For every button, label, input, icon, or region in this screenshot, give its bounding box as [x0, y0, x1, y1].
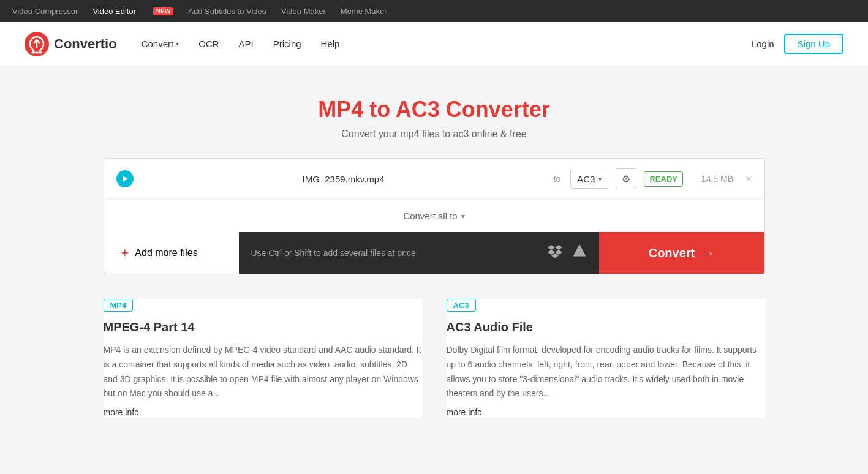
nav-ocr[interactable]: OCR [198, 39, 219, 49]
ac3-more-info-link[interactable]: more info [447, 407, 482, 417]
play-icon[interactable] [116, 170, 134, 187]
topbar-video-editor[interactable]: Video Editor [92, 7, 136, 16]
plus-icon: + [121, 245, 129, 261]
login-button[interactable]: Login [752, 39, 774, 49]
convert-arrow-icon: → [702, 246, 714, 260]
to-label: to [554, 174, 561, 184]
logo-text: Convertio [54, 36, 117, 52]
format-chevron-icon: ▾ [598, 176, 602, 182]
top-bar: Video Compressor Video EditorNEW Add Sub… [0, 0, 868, 22]
main-nav: Convertio Convert ▾ OCR API Pricing Help… [0, 22, 868, 66]
convert-chevron-icon: ▾ [176, 40, 179, 47]
converter-container: IMG_2359.mkv.mp4 to AC3 ▾ ⚙ READY 14.5 M… [104, 158, 765, 274]
dropbox-icon[interactable] [548, 244, 562, 262]
nav-api[interactable]: API [239, 39, 254, 49]
topbar-video-compressor[interactable]: Video Compressor [12, 7, 78, 16]
add-files-label: Add more files [135, 247, 197, 258]
close-button[interactable]: × [745, 173, 752, 186]
gear-icon: ⚙ [622, 173, 630, 185]
drop-hint: Use Ctrl or Shift to add several files a… [239, 248, 535, 258]
format-selector[interactable]: AC3 ▾ [570, 170, 608, 189]
cloud-icons [535, 244, 599, 262]
topbar-meme-maker[interactable]: Meme Maker [341, 7, 387, 16]
mp4-badge: MP4 [104, 299, 134, 312]
topbar-add-subtitles[interactable]: Add Subtitles to Video [188, 7, 266, 16]
format-label: AC3 [577, 174, 595, 184]
info-card-ac3: AC3 AC3 Audio File Dolby Digital film fo… [447, 299, 765, 418]
signup-button[interactable]: Sign Up [784, 34, 843, 54]
mp4-title: MPEG-4 Part 14 [104, 320, 422, 334]
hero-subtitle: Convert your mp4 files to ac3 online & f… [25, 129, 843, 140]
convert-all-label: Convert all to [403, 211, 457, 221]
nav-right: Login Sign Up [752, 34, 843, 54]
info-wrapper: MP4 MPEG-4 Part 14 MP4 is an extension d… [0, 274, 868, 442]
ac3-badge: AC3 [447, 299, 476, 312]
hero-title: MP4 to AC3 Converter [25, 97, 843, 122]
convert-all-row[interactable]: Convert all to ▾ [104, 200, 764, 232]
nav-links: Convert ▾ OCR API Pricing Help [142, 39, 340, 49]
info-section: MP4 MPEG-4 Part 14 MP4 is an extension d… [104, 274, 765, 442]
status-badge: READY [644, 171, 683, 187]
convert-all-chevron-icon: ▾ [461, 212, 465, 220]
hero-section: MP4 to AC3 Converter Convert your mp4 fi… [0, 66, 868, 274]
convert-button[interactable]: Convert → [599, 232, 764, 274]
add-files-button[interactable]: + Add more files [104, 232, 239, 274]
file-row: IMG_2359.mkv.mp4 to AC3 ▾ ⚙ READY 14.5 M… [104, 159, 764, 200]
mp4-text: MP4 is an extension defined by MPEG-4 vi… [104, 343, 422, 401]
logo-icon [25, 32, 49, 56]
nav-help[interactable]: Help [321, 39, 340, 49]
file-name: IMG_2359.mkv.mp4 [141, 174, 546, 184]
nav-convert[interactable]: Convert ▾ [142, 39, 179, 49]
info-card-mp4: MP4 MPEG-4 Part 14 MP4 is an extension d… [104, 299, 422, 418]
file-size: 14.5 MB [690, 174, 733, 184]
nav-pricing[interactable]: Pricing [273, 39, 301, 49]
topbar-video-maker[interactable]: Video Maker [281, 7, 326, 16]
ac3-title: AC3 Audio File [447, 320, 765, 334]
nav-left: Convertio Convert ▾ OCR API Pricing Help [25, 32, 339, 56]
logo[interactable]: Convertio [25, 32, 117, 56]
ac3-text: Dolby Digital film format, developed for… [447, 343, 765, 401]
action-bar: + Add more files Use Ctrl or Shift to ad… [104, 232, 764, 274]
new-badge: NEW [153, 7, 173, 15]
settings-button[interactable]: ⚙ [616, 168, 636, 189]
convert-label: Convert [649, 246, 695, 260]
mp4-more-info-link[interactable]: more info [104, 407, 139, 417]
google-drive-icon[interactable] [572, 244, 587, 262]
